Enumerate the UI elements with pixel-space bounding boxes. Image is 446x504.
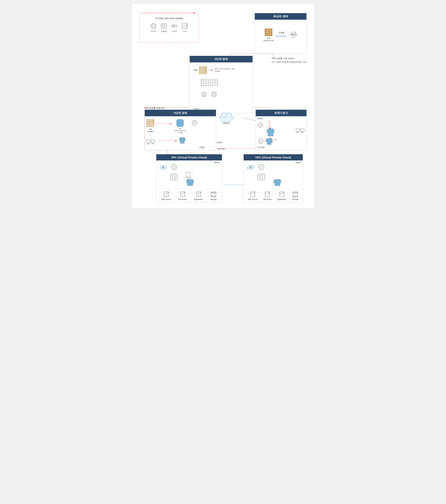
svg-rect-197 bbox=[247, 168, 254, 170]
web-server-inline-icon bbox=[250, 191, 256, 198]
router-icon-group: 라우터 bbox=[150, 23, 157, 33]
update-server-label: Update Server bbox=[263, 39, 274, 42]
app-mirror-icon bbox=[196, 191, 202, 198]
update-label-s2: 별도의 정책 변경없이 자동 Update bbox=[215, 68, 239, 72]
server-row-mirror: Web Server DB Server bbox=[156, 191, 222, 200]
org-z-box: 연계기관 Z 공용망 bbox=[256, 109, 307, 150]
nat-pattern-box: 국가패턴 배포 (Live-Update) 라우터 bbox=[139, 13, 199, 43]
svg-point-225 bbox=[283, 192, 284, 193]
svg-rect-43 bbox=[265, 34, 272, 36]
svg-rect-173 bbox=[186, 182, 187, 183]
router-s3-icon bbox=[191, 120, 198, 126]
inline-mode-label: Inline bbox=[296, 161, 300, 164]
router-icon bbox=[150, 23, 157, 29]
server-icon-nat bbox=[181, 23, 188, 29]
svg-rect-103 bbox=[177, 119, 183, 127]
web-server-inline: Web Server bbox=[248, 191, 258, 200]
svg-rect-127 bbox=[184, 140, 185, 141]
svg-point-66 bbox=[205, 71, 206, 72]
tms-manager-icon bbox=[146, 119, 154, 127]
switch-icon-group: 스위치 bbox=[171, 23, 178, 33]
svg-rect-74 bbox=[210, 79, 218, 86]
svg-point-158 bbox=[163, 167, 164, 168]
vpc-inline-header: VPC (Virtual Private Cloud) bbox=[244, 154, 303, 161]
server-icon-group-nat: 서버 bbox=[181, 23, 188, 33]
router-oz-icon bbox=[257, 122, 263, 128]
svg-rect-151 bbox=[271, 139, 272, 140]
nat-pattern-title: 국가패턴 배포 (Live-Update) bbox=[142, 17, 196, 20]
fw-mirror-icon bbox=[170, 174, 178, 180]
tas-mirror-group bbox=[186, 179, 194, 187]
computers-oz-icon bbox=[296, 128, 305, 135]
svg-point-30 bbox=[174, 25, 175, 27]
svg-rect-94 bbox=[219, 118, 233, 121]
db-server-inline-label: DB Server bbox=[263, 198, 272, 200]
stage3-header: 3단계 관제 bbox=[145, 110, 216, 116]
router-s2-icon-2 bbox=[211, 91, 217, 97]
svg-rect-152 bbox=[271, 141, 272, 142]
web-server-inline-label: Web Server bbox=[248, 198, 258, 200]
svg-point-38 bbox=[186, 24, 187, 24]
storage-inline-label: Storage bbox=[292, 198, 298, 200]
fw-mirror-group bbox=[170, 174, 178, 181]
svg-rect-174 bbox=[193, 180, 194, 181]
device-oz-bot-icon bbox=[266, 138, 273, 145]
svg-point-31 bbox=[176, 26, 177, 26]
storage-inline-icon bbox=[293, 191, 298, 198]
svg-rect-148 bbox=[267, 139, 271, 144]
computer-oz-group bbox=[296, 128, 305, 136]
svg-rect-149 bbox=[266, 139, 267, 140]
router-s3-group bbox=[191, 120, 198, 127]
router-oz-bottom bbox=[258, 138, 264, 145]
svg-point-190 bbox=[200, 192, 201, 193]
cloud-lock-group bbox=[159, 163, 167, 172]
svg-rect-211 bbox=[274, 182, 275, 183]
switch-mirror-group bbox=[170, 163, 178, 171]
app-inline: Application bbox=[277, 191, 286, 200]
note-1: · TMS 전용률 자동 Update bbox=[270, 57, 307, 60]
cloud-lock-inline-icon bbox=[246, 163, 255, 171]
svg-rect-134 bbox=[267, 132, 268, 133]
svg-rect-68 bbox=[201, 79, 208, 86]
svg-point-170 bbox=[189, 173, 190, 173]
svg-rect-109 bbox=[182, 124, 184, 125]
jeon-wire-s3: 전용망 bbox=[217, 141, 222, 144]
svg-rect-171 bbox=[187, 180, 193, 186]
svg-rect-133 bbox=[267, 130, 268, 131]
cloud-lock-icon bbox=[159, 163, 167, 171]
gongyo-label: 공용망 bbox=[257, 117, 263, 120]
app-mirror: Application bbox=[194, 191, 203, 200]
cloud-icon-group bbox=[289, 31, 298, 38]
svg-point-217 bbox=[254, 192, 255, 193]
red-arrow-s3-bot bbox=[156, 139, 179, 142]
db-server-inline-icon bbox=[265, 191, 270, 198]
tas-mirror-icon bbox=[186, 179, 194, 186]
svg-point-93 bbox=[222, 113, 227, 117]
firewall-label: 방화벽 bbox=[161, 30, 167, 33]
svg-point-100 bbox=[153, 120, 154, 121]
policy-server-group: 정책 Update Server bbox=[263, 27, 274, 42]
svg-rect-123 bbox=[180, 137, 184, 143]
cloud-icon bbox=[289, 31, 298, 38]
computers-s3-icon bbox=[146, 140, 156, 146]
tms-manager-group: TMSManager bbox=[146, 119, 154, 133]
tas-s3-group: TAS(유해 트래픽 수집시스템) bbox=[174, 119, 186, 134]
svg-rect-124 bbox=[179, 138, 180, 139]
computer-s3-group bbox=[146, 140, 156, 147]
router-oz-group bbox=[257, 122, 263, 129]
svg-rect-172 bbox=[186, 180, 187, 181]
fw-inline-group bbox=[258, 174, 265, 181]
router-label: 라우터 bbox=[151, 30, 156, 33]
internet-cloud-icon bbox=[218, 110, 235, 123]
tas-inline-icon bbox=[273, 179, 281, 186]
device-s3-bottom-icon bbox=[179, 137, 186, 144]
mirror-mode-label: Mirror bbox=[214, 161, 220, 164]
top-control-box: 최상위 관제 정책 Update Server bbox=[255, 13, 307, 54]
web-server-mirror-icon bbox=[164, 191, 169, 198]
tms-label-s2: TMS bbox=[193, 69, 198, 71]
vm-icon bbox=[186, 172, 190, 176]
firewall-s2-2 bbox=[210, 79, 218, 86]
switch-icon bbox=[171, 23, 178, 29]
svg-point-40 bbox=[186, 27, 187, 27]
svg-rect-104 bbox=[176, 121, 178, 122]
